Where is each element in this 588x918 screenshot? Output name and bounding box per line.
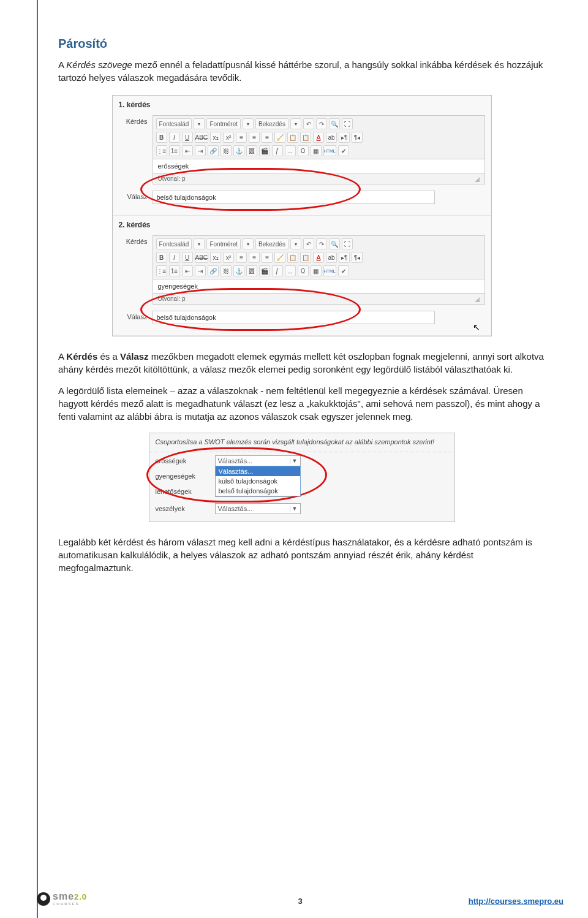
bold-icon[interactable]: B bbox=[156, 132, 167, 143]
undo-icon[interactable]: ↶ bbox=[303, 118, 314, 129]
image-icon[interactable]: 🖼 bbox=[246, 265, 257, 276]
swot-row-4: veszélyek Választás... ▼ bbox=[149, 500, 454, 522]
nbsp-icon[interactable]: ⎵ bbox=[285, 265, 296, 276]
fontsize-select[interactable]: Fontméret bbox=[206, 238, 241, 249]
table-icon[interactable]: ▦ bbox=[311, 145, 322, 156]
dropdown-option[interactable]: belső tulajdonságok bbox=[216, 486, 300, 496]
underline-icon[interactable]: U bbox=[182, 252, 193, 263]
subscript-icon[interactable]: x₂ bbox=[210, 252, 221, 263]
unlink-icon[interactable]: ⛓ bbox=[221, 145, 232, 156]
paste-icon[interactable]: 📋 bbox=[287, 132, 298, 143]
text-color-icon[interactable]: A bbox=[313, 252, 324, 263]
html-button[interactable]: HTML bbox=[323, 145, 336, 156]
image-icon[interactable]: 🖼 bbox=[246, 145, 257, 156]
swot-select-1[interactable]: Választás... ▼ bbox=[215, 455, 301, 466]
char-icon[interactable]: Ω bbox=[298, 265, 309, 276]
text: A bbox=[58, 59, 66, 70]
equation-icon[interactable]: ƒ bbox=[272, 265, 283, 276]
anchor-icon[interactable]: ⚓ bbox=[233, 145, 244, 156]
fontsize-select[interactable]: Fontméret bbox=[206, 118, 241, 129]
fontfamily-select[interactable]: Fontcsalád bbox=[156, 118, 192, 129]
answer-input-2[interactable]: belső tulajdonságok bbox=[153, 311, 435, 324]
bold-icon[interactable]: B bbox=[156, 252, 167, 263]
text: A bbox=[58, 351, 66, 362]
spellcheck-icon[interactable]: ✔ bbox=[338, 145, 349, 156]
find-icon[interactable]: 🔍 bbox=[329, 238, 340, 249]
equation-icon[interactable]: ƒ bbox=[272, 145, 283, 156]
swot-select-4[interactable]: Választás... ▼ bbox=[215, 503, 301, 514]
path-text-2: Útvonal: p bbox=[158, 295, 186, 302]
table-icon[interactable]: ▦ bbox=[311, 265, 322, 276]
footer-url-link[interactable]: http://courses.smepro.eu bbox=[469, 897, 564, 906]
paragraph-dropdown-icon[interactable]: ▾ bbox=[290, 118, 301, 129]
indent-icon[interactable]: ⇥ bbox=[195, 145, 206, 156]
fontfamily-dropdown-icon[interactable]: ▾ bbox=[194, 238, 205, 249]
editor-textarea-2[interactable]: gyengeségek bbox=[153, 279, 485, 294]
link-icon[interactable]: 🔗 bbox=[208, 265, 219, 276]
spellcheck-icon[interactable]: ✔ bbox=[338, 265, 349, 276]
bullet-list-icon[interactable]: ⋮≡ bbox=[156, 265, 167, 276]
highlight-icon[interactable]: ab bbox=[326, 132, 337, 143]
align-left-icon[interactable]: ≡ bbox=[236, 132, 247, 143]
underline-icon[interactable]: U bbox=[182, 132, 193, 143]
resize-handle-icon[interactable] bbox=[475, 177, 480, 182]
toolbar-row-2b: B I U ABC x₂ x² ≡ ≡ ≡ 🧹 📋 📋 A bbox=[154, 251, 483, 264]
fontfamily-select[interactable]: Fontcsalád bbox=[156, 238, 192, 249]
ltr-icon[interactable]: ▸¶ bbox=[339, 252, 350, 263]
bullet-list-icon[interactable]: ⋮≡ bbox=[156, 145, 167, 156]
dropdown-option[interactable]: Választás... bbox=[216, 466, 300, 476]
italic-icon[interactable]: I bbox=[169, 132, 180, 143]
media-icon[interactable]: 🎬 bbox=[259, 145, 270, 156]
html-button[interactable]: HTML bbox=[323, 265, 336, 276]
ltr-icon[interactable]: ▸¶ bbox=[339, 132, 350, 143]
char-icon[interactable]: Ω bbox=[298, 145, 309, 156]
indent-icon[interactable]: ⇥ bbox=[195, 265, 206, 276]
unlink-icon[interactable]: ⛓ bbox=[221, 265, 232, 276]
align-right-icon[interactable]: ≡ bbox=[262, 252, 273, 263]
fontfamily-dropdown-icon[interactable]: ▾ bbox=[194, 118, 205, 129]
clean-icon[interactable]: 🧹 bbox=[274, 132, 285, 143]
paste-icon[interactable]: 📋 bbox=[287, 252, 298, 263]
answer-input[interactable]: belső tulajdonságok bbox=[153, 191, 435, 204]
superscript-icon[interactable]: x² bbox=[223, 252, 234, 263]
number-list-icon[interactable]: 1≡ bbox=[169, 145, 180, 156]
align-left-icon[interactable]: ≡ bbox=[236, 252, 247, 263]
fontsize-dropdown-icon[interactable]: ▾ bbox=[243, 238, 254, 249]
question-block-1: 1. kérdés Kérdés Fontcsalád▾ Fontméret▾ … bbox=[113, 96, 491, 216]
strike-icon[interactable]: ABC bbox=[195, 252, 209, 263]
fullscreen-icon[interactable]: ⛶ bbox=[342, 118, 353, 129]
align-right-icon[interactable]: ≡ bbox=[262, 132, 273, 143]
redo-icon[interactable]: ↷ bbox=[316, 238, 327, 249]
text-color-icon[interactable]: A bbox=[313, 132, 324, 143]
redo-icon[interactable]: ↷ bbox=[316, 118, 327, 129]
fullscreen-icon[interactable]: ⛶ bbox=[342, 238, 353, 249]
align-center-icon[interactable]: ≡ bbox=[249, 132, 260, 143]
clean-icon[interactable]: 🧹 bbox=[274, 252, 285, 263]
editor-textarea[interactable]: erősségek bbox=[153, 159, 485, 173]
outdent-icon[interactable]: ⇤ bbox=[182, 265, 193, 276]
strike-icon[interactable]: ABC bbox=[195, 132, 209, 143]
paste-word-icon[interactable]: 📋 bbox=[300, 252, 311, 263]
highlight-icon[interactable]: ab bbox=[326, 252, 337, 263]
paragraph-select[interactable]: Bekezdés bbox=[255, 118, 288, 129]
media-icon[interactable]: 🎬 bbox=[259, 265, 270, 276]
resize-handle-icon[interactable] bbox=[475, 297, 480, 302]
rtl-icon[interactable]: ¶◂ bbox=[352, 132, 363, 143]
number-list-icon[interactable]: 1≡ bbox=[169, 265, 180, 276]
paragraph-dropdown-icon[interactable]: ▾ bbox=[290, 238, 301, 249]
paste-word-icon[interactable]: 📋 bbox=[300, 132, 311, 143]
align-center-icon[interactable]: ≡ bbox=[249, 252, 260, 263]
italic-icon[interactable]: I bbox=[169, 252, 180, 263]
link-icon[interactable]: 🔗 bbox=[208, 145, 219, 156]
anchor-icon[interactable]: ⚓ bbox=[233, 265, 244, 276]
paragraph-select[interactable]: Bekezdés bbox=[255, 238, 288, 249]
fontsize-dropdown-icon[interactable]: ▾ bbox=[243, 118, 254, 129]
find-icon[interactable]: 🔍 bbox=[329, 118, 340, 129]
outdent-icon[interactable]: ⇤ bbox=[182, 145, 193, 156]
subscript-icon[interactable]: x₂ bbox=[210, 132, 221, 143]
rtl-icon[interactable]: ¶◂ bbox=[352, 252, 363, 263]
superscript-icon[interactable]: x² bbox=[223, 132, 234, 143]
dropdown-option[interactable]: külső tulajdonságok bbox=[216, 476, 300, 486]
undo-icon[interactable]: ↶ bbox=[303, 238, 314, 249]
nbsp-icon[interactable]: ⎵ bbox=[285, 145, 296, 156]
